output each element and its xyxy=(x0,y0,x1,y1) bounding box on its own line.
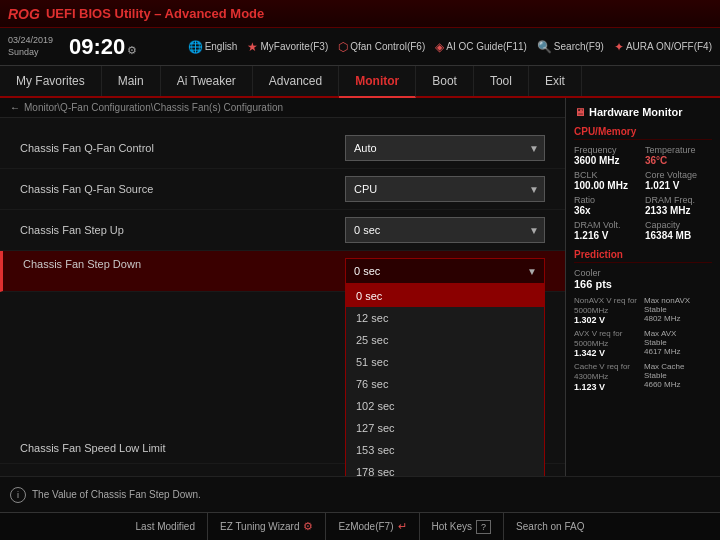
dropdown-header-step-down[interactable]: 0 sec ▼ xyxy=(345,258,545,284)
select-qfan-control[interactable]: Auto PWM Mode DC Mode Disabled xyxy=(345,135,545,161)
dropdown-arrow-open-icon: ▼ xyxy=(527,266,537,277)
dropdown-step-down: 0 sec ▼ 0 sec 12 sec 25 sec 51 sec 76 se… xyxy=(345,258,545,284)
dropdown-option[interactable]: 25 sec xyxy=(346,329,544,351)
hw-ratio: Ratio 36x xyxy=(574,195,641,216)
dropdown-option[interactable]: 178 sec xyxy=(346,461,544,476)
nav-favorites[interactable]: My Favorites xyxy=(0,66,102,96)
dropdown-option[interactable]: 127 sec xyxy=(346,417,544,439)
setting-label-profile: Chassis Fan Profile xyxy=(20,474,345,477)
date-display: 03/24/2019 Sunday xyxy=(8,35,63,58)
right-panel: 🖥 Hardware Monitor CPU/Memory Frequency … xyxy=(565,98,720,476)
cpu-memory-section-title: CPU/Memory xyxy=(574,126,712,140)
dropdown-option[interactable]: 76 sec xyxy=(346,373,544,395)
setting-row-step-down: Chassis Fan Step Down 0 sec ▼ 0 sec 12 s… xyxy=(0,251,565,292)
aura-icon: ✦ xyxy=(614,40,624,54)
nav-boot[interactable]: Boot xyxy=(416,66,474,96)
setting-label-qfan-control: Chassis Fan Q-Fan Control xyxy=(20,142,345,154)
setting-label-step-down: Chassis Fan Step Down xyxy=(23,258,345,270)
main-layout: ← Monitor\Q-Fan Configuration\Chassis Fa… xyxy=(0,98,720,476)
star-icon: ★ xyxy=(247,40,258,54)
pred-item-0: NonAVX V req for 5000MHz 1.302 V Max non… xyxy=(574,296,712,325)
pred-items: NonAVX V req for 5000MHz 1.302 V Max non… xyxy=(574,296,712,392)
search-faq-label: Search on FAQ xyxy=(516,521,584,532)
rog-logo: ROG xyxy=(8,6,40,22)
hot-keys-label: Hot Keys xyxy=(432,521,473,532)
toolbar-aioc[interactable]: ◈ AI OC Guide(F11) xyxy=(435,40,527,54)
bios-title: UEFI BIOS Utility – Advanced Mode xyxy=(46,6,712,21)
setting-row-step-up: Chassis Fan Step Up 0 sec 12 sec 25 sec … xyxy=(0,210,565,251)
prediction-section-title: Prediction xyxy=(574,249,712,263)
toolbar-search[interactable]: 🔍 Search(F9) xyxy=(537,40,604,54)
bottom-ez-tuning[interactable]: EZ Tuning Wizard ⚙ xyxy=(208,513,326,540)
info-icon: i xyxy=(10,487,26,503)
ez-mode-icon: ↵ xyxy=(398,520,407,533)
ez-mode-label: EzMode(F7) xyxy=(338,521,393,532)
dropdown-option[interactable]: 51 sec xyxy=(346,351,544,373)
hw-dram-volt: DRAM Volt. 1.216 V xyxy=(574,220,641,241)
last-modified-label: Last Modified xyxy=(136,521,195,532)
left-content: ← Monitor\Q-Fan Configuration\Chassis Fa… xyxy=(0,98,565,476)
bottom-last-modified[interactable]: Last Modified xyxy=(124,513,208,540)
setting-row-qfan-source: Chassis Fan Q-Fan Source CPU Motherboard… xyxy=(0,169,565,210)
toolbar: 🌐 English ★ MyFavorite(F3) ⬡ Qfan Contro… xyxy=(149,40,712,54)
bottom-hot-keys[interactable]: Hot Keys ? xyxy=(420,513,505,540)
nav-aitweaker[interactable]: Ai Tweaker xyxy=(161,66,253,96)
language-icon: 🌐 xyxy=(188,40,203,54)
search-icon: 🔍 xyxy=(537,40,552,54)
back-arrow[interactable]: ← xyxy=(10,102,20,113)
dropdown-option[interactable]: 153 sec xyxy=(346,439,544,461)
fan-icon: ⬡ xyxy=(338,40,348,54)
cooler-label: Cooler xyxy=(574,268,712,278)
dropdown-list-step-down: 0 sec 12 sec 25 sec 51 sec 76 sec 102 se… xyxy=(345,284,545,476)
monitor-icon: 🖥 xyxy=(574,106,585,118)
hw-temperature: Temperature 36°C xyxy=(645,145,712,166)
control-qfan-source: CPU Motherboard ▼ xyxy=(345,176,545,202)
nav-exit[interactable]: Exit xyxy=(529,66,582,96)
toolbar-aura[interactable]: ✦ AURA ON/OFF(F4) xyxy=(614,40,712,54)
settings-icon[interactable]: ⚙ xyxy=(127,44,137,57)
dropdown-option[interactable]: 102 sec xyxy=(346,395,544,417)
hot-keys-badge: ? xyxy=(476,520,491,534)
dropdown-option[interactable]: 0 sec xyxy=(346,285,544,307)
top-bar: ROG UEFI BIOS Utility – Advanced Mode xyxy=(0,0,720,28)
control-step-up: 0 sec 12 sec 25 sec 51 sec 76 sec 102 se… xyxy=(345,217,545,243)
toolbar-qfan[interactable]: ⬡ Qfan Control(F6) xyxy=(338,40,425,54)
control-qfan-control: Auto PWM Mode DC Mode Disabled ▼ xyxy=(345,135,545,161)
pred-item-2: Cache V req for 4300MHz 1.123 V Max Cach… xyxy=(574,362,712,391)
cooler-value: 166 pts xyxy=(574,278,712,290)
bottom-ez-mode[interactable]: EzMode(F7) ↵ xyxy=(326,513,419,540)
setting-label-qfan-source: Chassis Fan Q-Fan Source xyxy=(20,183,345,195)
nav-main[interactable]: Main xyxy=(102,66,161,96)
bottom-bar: Last Modified EZ Tuning Wizard ⚙ EzMode(… xyxy=(0,512,720,540)
nav-tool[interactable]: Tool xyxy=(474,66,529,96)
ez-tuning-label: EZ Tuning Wizard xyxy=(220,521,299,532)
settings-list: Chassis Fan Q-Fan Control Auto PWM Mode … xyxy=(0,118,565,476)
prediction-section: Cooler 166 pts NonAVX V req for 5000MHz … xyxy=(574,268,712,392)
bottom-search-faq[interactable]: Search on FAQ xyxy=(504,513,596,540)
hw-bclk: BCLK 100.00 MHz xyxy=(574,170,641,191)
setting-label-speed-low-limit: Chassis Fan Speed Low Limit xyxy=(20,442,345,454)
hardware-monitor-title: 🖥 Hardware Monitor xyxy=(574,106,712,118)
select-qfan-source[interactable]: CPU Motherboard xyxy=(345,176,545,202)
toolbar-myfavorites[interactable]: ★ MyFavorite(F3) xyxy=(247,40,328,54)
nav-bar: My Favorites Main Ai Tweaker Advanced Mo… xyxy=(0,66,720,98)
ai-icon: ◈ xyxy=(435,40,444,54)
select-step-up[interactable]: 0 sec 12 sec 25 sec 51 sec 76 sec 102 se… xyxy=(345,217,545,243)
datetime-toolbar: 03/24/2019 Sunday 09:20 ⚙ 🌐 English ★ My… xyxy=(0,28,720,66)
nav-advanced[interactable]: Advanced xyxy=(253,66,339,96)
time-display: 09:20 xyxy=(69,36,125,58)
hw-dram-freq: DRAM Freq. 2133 MHz xyxy=(645,195,712,216)
breadcrumb: ← Monitor\Q-Fan Configuration\Chassis Fa… xyxy=(0,98,565,118)
pred-item-1: AVX V req for 5000MHz 1.342 V Max AVX St… xyxy=(574,329,712,358)
dropdown-option[interactable]: 12 sec xyxy=(346,307,544,329)
nav-monitor[interactable]: Monitor xyxy=(339,66,416,98)
toolbar-language[interactable]: 🌐 English xyxy=(188,40,238,54)
hw-core-voltage: Core Voltage 1.021 V xyxy=(645,170,712,191)
hw-capacity: Capacity 16384 MB xyxy=(645,220,712,241)
info-text: The Value of Chassis Fan Step Down. xyxy=(32,489,201,500)
info-bar: i The Value of Chassis Fan Step Down. xyxy=(0,476,720,512)
ez-tuning-icon: ⚙ xyxy=(303,520,313,533)
setting-label-step-up: Chassis Fan Step Up xyxy=(20,224,345,236)
hw-frequency: Frequency 3600 MHz xyxy=(574,145,641,166)
setting-row-qfan-control: Chassis Fan Q-Fan Control Auto PWM Mode … xyxy=(0,128,565,169)
